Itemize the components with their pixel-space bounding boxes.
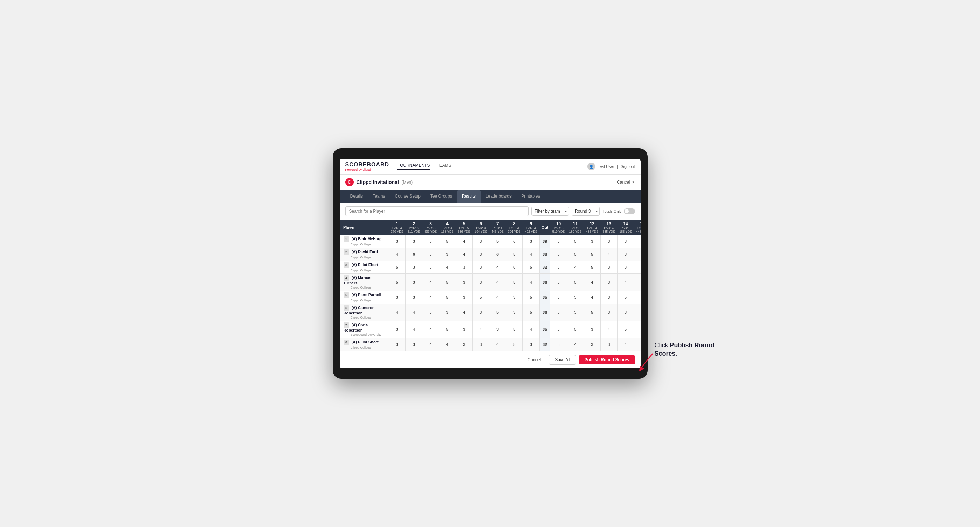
score-out-1[interactable]: 4 xyxy=(389,248,406,261)
score-in-11[interactable]: 5 xyxy=(567,248,584,261)
score-in-14[interactable]: 3 xyxy=(617,304,634,321)
score-out-8[interactable]: 6 xyxy=(506,261,523,274)
score-out-1[interactable]: 5 xyxy=(389,261,406,274)
round-select[interactable]: Round 3 xyxy=(572,207,600,216)
score-out-6[interactable]: 3 xyxy=(473,261,489,274)
score-out-1[interactable]: 3 xyxy=(389,321,406,338)
score-out-9[interactable]: 3 xyxy=(523,338,539,351)
score-in-12[interactable]: 5 xyxy=(584,304,600,321)
score-in-10[interactable]: 5 xyxy=(550,291,567,304)
score-in-14[interactable]: 3 xyxy=(617,261,634,274)
score-out-4[interactable]: 5 xyxy=(439,274,456,291)
save-all-button[interactable]: Save All xyxy=(549,355,576,365)
score-out-9[interactable]: 3 xyxy=(523,235,539,248)
score-in-14[interactable]: 4 xyxy=(617,274,634,291)
score-out-1[interactable]: 4 xyxy=(389,304,406,321)
score-out-8[interactable]: 5 xyxy=(506,274,523,291)
score-out-3[interactable]: 3 xyxy=(422,248,439,261)
score-out-2[interactable]: 4 xyxy=(406,304,422,321)
score-out-5[interactable]: 4 xyxy=(455,248,473,261)
score-in-12[interactable]: 4 xyxy=(584,274,600,291)
score-in-12[interactable]: 3 xyxy=(584,338,600,351)
score-in-11[interactable]: 5 xyxy=(567,321,584,338)
score-out-2[interactable]: 3 xyxy=(406,274,422,291)
score-out-2[interactable]: 3 xyxy=(406,261,422,274)
score-out-4[interactable]: 5 xyxy=(439,321,456,338)
score-out-5[interactable]: 3 xyxy=(455,321,473,338)
score-in-10[interactable]: 3 xyxy=(550,261,567,274)
score-in-11[interactable]: 4 xyxy=(567,261,584,274)
score-out-2[interactable]: 3 xyxy=(406,235,422,248)
score-in-14[interactable]: 5 xyxy=(617,291,634,304)
score-out-5[interactable]: 3 xyxy=(455,338,473,351)
score-out-8[interactable]: 5 xyxy=(506,338,523,351)
score-in-13[interactable]: 3 xyxy=(600,338,617,351)
score-out-3[interactable]: 4 xyxy=(422,321,439,338)
score-in-11[interactable]: 4 xyxy=(567,338,584,351)
score-out-5[interactable]: 4 xyxy=(455,304,473,321)
score-out-2[interactable]: 3 xyxy=(406,338,422,351)
score-out-8[interactable]: 3 xyxy=(506,291,523,304)
score-in-12[interactable]: 4 xyxy=(584,291,600,304)
score-in-10[interactable]: 3 xyxy=(550,321,567,338)
score-in-15[interactable]: 3 xyxy=(634,304,641,321)
score-in-10[interactable]: 3 xyxy=(550,235,567,248)
nav-teams[interactable]: TEAMS xyxy=(437,163,451,170)
score-in-10[interactable]: 3 xyxy=(550,338,567,351)
score-in-13[interactable]: 3 xyxy=(600,261,617,274)
score-out-7[interactable]: 4 xyxy=(489,274,506,291)
tab-teams[interactable]: Teams xyxy=(368,190,390,203)
publish-round-scores-button[interactable]: Publish Round Scores xyxy=(579,355,635,364)
score-in-11[interactable]: 5 xyxy=(567,274,584,291)
cancel-button[interactable]: Cancel xyxy=(522,355,546,364)
score-out-3[interactable]: 4 xyxy=(422,291,439,304)
score-out-4[interactable]: 4 xyxy=(439,338,456,351)
score-in-14[interactable]: 3 xyxy=(617,248,634,261)
score-out-9[interactable]: 4 xyxy=(523,248,539,261)
cancel-top-button[interactable]: Cancel ✕ xyxy=(617,180,635,185)
score-out-8[interactable]: 3 xyxy=(506,304,523,321)
score-in-13[interactable]: 3 xyxy=(600,291,617,304)
score-out-1[interactable]: 3 xyxy=(389,338,406,351)
score-out-4[interactable]: 3 xyxy=(439,304,456,321)
score-out-9[interactable]: 5 xyxy=(523,291,539,304)
score-in-13[interactable]: 4 xyxy=(600,321,617,338)
score-out-5[interactable]: 4 xyxy=(455,235,473,248)
score-out-7[interactable]: 3 xyxy=(489,321,506,338)
score-out-1[interactable]: 3 xyxy=(389,291,406,304)
score-out-5[interactable]: 3 xyxy=(455,291,473,304)
score-out-7[interactable]: 6 xyxy=(489,248,506,261)
score-in-12[interactable]: 3 xyxy=(584,321,600,338)
score-in-15[interactable]: 5 xyxy=(634,248,641,261)
score-out-9[interactable]: 4 xyxy=(523,321,539,338)
score-out-2[interactable]: 4 xyxy=(406,321,422,338)
score-out-7[interactable]: 4 xyxy=(489,261,506,274)
score-out-3[interactable]: 4 xyxy=(422,338,439,351)
tab-course-setup[interactable]: Course Setup xyxy=(390,190,425,203)
score-out-6[interactable]: 4 xyxy=(473,321,489,338)
score-in-15[interactable]: 5 xyxy=(634,261,641,274)
score-out-2[interactable]: 3 xyxy=(406,291,422,304)
score-in-15[interactable]: 5 xyxy=(634,235,641,248)
score-in-11[interactable]: 3 xyxy=(567,304,584,321)
score-in-15[interactable]: 3 xyxy=(634,338,641,351)
score-out-4[interactable]: 5 xyxy=(439,291,456,304)
totals-toggle-switch[interactable] xyxy=(624,208,635,214)
score-out-3[interactable]: 4 xyxy=(422,274,439,291)
score-out-3[interactable]: 5 xyxy=(422,304,439,321)
score-in-13[interactable]: 3 xyxy=(600,235,617,248)
score-out-9[interactable]: 4 xyxy=(523,274,539,291)
score-out-5[interactable]: 3 xyxy=(455,274,473,291)
score-out-2[interactable]: 6 xyxy=(406,248,422,261)
sign-out-link[interactable]: Sign out xyxy=(620,164,635,168)
score-in-14[interactable]: 3 xyxy=(617,235,634,248)
score-out-6[interactable]: 3 xyxy=(473,304,489,321)
score-out-3[interactable]: 3 xyxy=(422,261,439,274)
score-out-4[interactable]: 3 xyxy=(439,248,456,261)
score-out-6[interactable]: 3 xyxy=(473,274,489,291)
score-out-8[interactable]: 6 xyxy=(506,235,523,248)
score-out-7[interactable]: 4 xyxy=(489,338,506,351)
score-in-11[interactable]: 3 xyxy=(567,291,584,304)
score-in-10[interactable]: 3 xyxy=(550,274,567,291)
score-in-11[interactable]: 5 xyxy=(567,235,584,248)
